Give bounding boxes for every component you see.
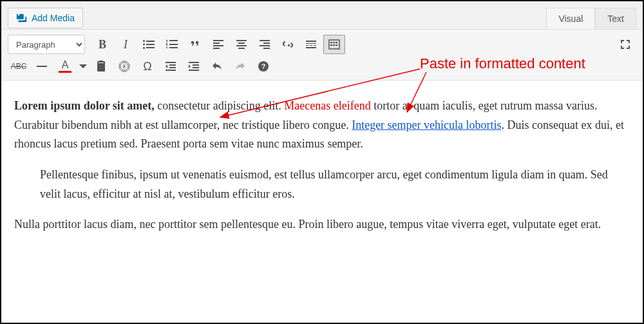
tab-text[interactable]: Text	[595, 8, 636, 29]
text-color-bar	[59, 71, 71, 73]
insert-more-button[interactable]	[300, 35, 322, 54]
editor-content[interactable]: Lorem ipsum dolor sit amet, consectetur …	[1, 81, 643, 259]
text-color-letter: A	[62, 60, 69, 70]
numbered-list-button[interactable]	[161, 35, 183, 54]
blockquote: Pellentesque finibus, ipsum ut venenatis…	[40, 166, 630, 204]
redo-button[interactable]	[229, 57, 251, 76]
align-right-button[interactable]	[254, 35, 276, 54]
editor-tabs: Visual Text	[546, 8, 636, 29]
bullet-list-button[interactable]	[138, 35, 160, 54]
undo-button[interactable]	[206, 57, 228, 76]
clear-formatting-button[interactable]	[113, 57, 135, 76]
indent-button[interactable]	[183, 57, 205, 76]
paragraph-2: Nulla porttitor lacus diam, nec porttito…	[14, 215, 630, 234]
red-text: Maecenas eleifend	[284, 99, 370, 112]
align-center-button[interactable]	[231, 35, 252, 54]
hr-button[interactable]	[31, 57, 53, 76]
tab-visual[interactable]: Visual	[546, 8, 595, 29]
strikethrough-button[interactable]: ABC	[8, 57, 30, 76]
content-link[interactable]: Integer semper vehicula lobortis	[352, 119, 501, 131]
add-media-label: Add Media	[32, 13, 75, 23]
bold-button[interactable]: B	[91, 35, 113, 54]
media-icon	[16, 12, 28, 24]
format-select[interactable]: Paragraph	[8, 35, 85, 54]
add-media-button[interactable]: Add Media	[8, 8, 83, 28]
italic-button[interactable]: I	[115, 35, 137, 54]
paste-text-button[interactable]	[90, 57, 112, 76]
outdent-button[interactable]	[160, 57, 182, 76]
toolbar-toggle-button[interactable]	[323, 35, 345, 54]
fullscreen-button[interactable]	[614, 35, 636, 54]
text-color-dropdown[interactable]	[77, 57, 89, 76]
blockquote-button[interactable]	[184, 35, 206, 54]
paragraph-1: Lorem ipsum dolor sit amet, consectetur …	[14, 97, 630, 154]
svg-text:?: ?	[261, 62, 266, 70]
link-button[interactable]	[277, 35, 299, 54]
annotation-label: Paste in formatted content	[420, 55, 585, 72]
align-left-button[interactable]	[207, 35, 229, 54]
help-button[interactable]: ?	[252, 57, 274, 76]
special-char-button[interactable]: Ω	[137, 57, 158, 76]
text-color-button[interactable]: A	[54, 57, 76, 76]
svg-rect-1	[37, 66, 47, 67]
bold-text: Lorem ipsum dolor sit amet,	[14, 99, 155, 112]
